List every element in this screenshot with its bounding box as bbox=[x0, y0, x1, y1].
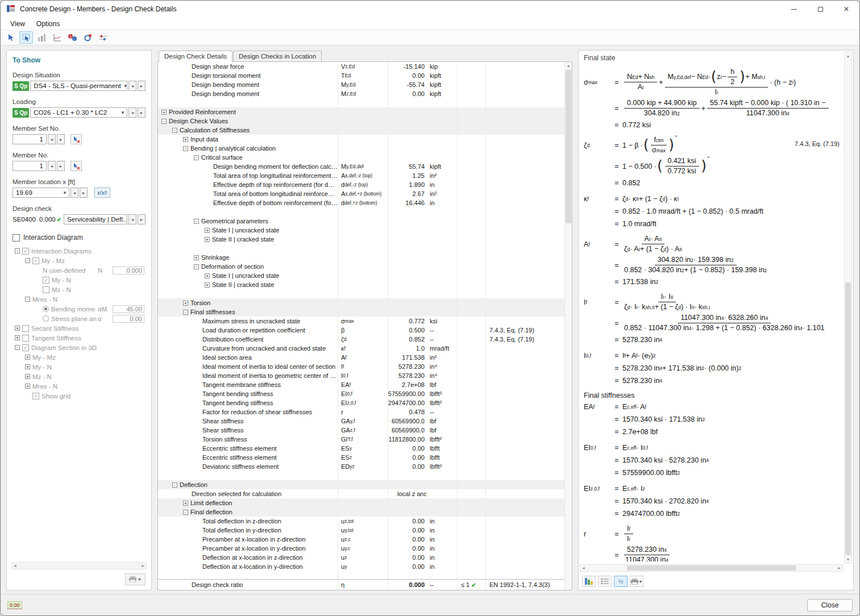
left-horizontal-scrollbar[interactable]: ◄► bbox=[11, 562, 147, 569]
tree-item[interactable]: ✓Show grid bbox=[13, 391, 146, 401]
scroll-up-icon[interactable]: ▲ bbox=[845, 52, 851, 60]
table-row[interactable]: Design torsional momentTEd0.00kipft bbox=[158, 71, 572, 80]
collapse-icon[interactable]: - bbox=[194, 155, 199, 160]
table-row[interactable]: +Torsion bbox=[158, 298, 572, 307]
tree-item[interactable]: +Mres - N bbox=[13, 381, 146, 391]
table-row[interactable]: Tangent bending stiffnessEI0,f57559900.0… bbox=[158, 389, 572, 398]
checkbox[interactable]: ✓ bbox=[43, 277, 49, 284]
table-row[interactable]: -Deflection bbox=[158, 480, 572, 489]
table-row[interactable]: Direction selected for calculationlocal … bbox=[158, 489, 572, 498]
table-row[interactable]: Deflection at x-location in y-directionu… bbox=[158, 562, 572, 571]
menu-view[interactable]: View bbox=[5, 19, 30, 29]
collapse-icon[interactable]: - bbox=[183, 310, 188, 315]
tree-item[interactable]: +Secant Stiffness bbox=[13, 323, 146, 333]
location-next-button[interactable]: ► bbox=[80, 188, 88, 198]
formula-view-icon[interactable]: ½ bbox=[614, 576, 628, 587]
expand-icon[interactable]: + bbox=[205, 282, 210, 288]
tab-design-checks-in-location[interactable]: Design Checks in Location bbox=[233, 51, 322, 61]
table-row[interactable]: Total deflection in y-directionuy,tot0.0… bbox=[158, 526, 572, 535]
table-row[interactable]: Ideal section areaAf171.538in² bbox=[158, 353, 572, 362]
member-no-next-button[interactable]: ► bbox=[57, 161, 65, 171]
pick-member-set-button[interactable] bbox=[70, 134, 82, 144]
loading-prev-button[interactable]: ◄ bbox=[128, 107, 136, 118]
table-row[interactable]: -Final deflection bbox=[158, 507, 572, 517]
formula-horizontal-scrollbar[interactable]: ◄► bbox=[580, 564, 843, 572]
result-diagram-icon[interactable] bbox=[50, 31, 64, 44]
select-window-icon[interactable] bbox=[19, 31, 33, 44]
checkbox[interactable]: ✓ bbox=[32, 393, 39, 399]
tree-value-input[interactable]: 45.00 bbox=[113, 305, 144, 313]
expand-icon[interactable]: + bbox=[25, 374, 30, 379]
table-row[interactable]: -Design Check Values bbox=[158, 116, 572, 126]
table-row[interactable]: +State I | uncracked state bbox=[158, 271, 572, 280]
table-row[interactable]: +State II | cracked state bbox=[158, 280, 572, 289]
location-prev-button[interactable]: ◄ bbox=[70, 188, 78, 198]
table-row[interactable]: +Shrinkage bbox=[158, 253, 572, 262]
navigator-list-icon[interactable] bbox=[598, 576, 612, 587]
tab-design-check-details[interactable]: Design Check Details bbox=[159, 51, 232, 62]
table-row[interactable]: Total area of top longitudinal reinforce… bbox=[158, 171, 572, 180]
menu-options[interactable]: Options bbox=[31, 19, 65, 29]
collapse-icon[interactable]: - bbox=[15, 248, 20, 253]
table-row[interactable]: Maximum stress in uncracked stateσmax0.7… bbox=[158, 317, 572, 326]
table-row[interactable]: Factor for reduction of shear stiffnesse… bbox=[158, 407, 572, 417]
maximize-button[interactable] bbox=[807, 1, 833, 18]
expand-icon[interactable]: + bbox=[183, 501, 188, 506]
tree-item[interactable]: N user-definedN0.000kip bbox=[13, 265, 146, 275]
table-row[interactable]: Tangent membrane stiffnessEAf2.7e+08lbf bbox=[158, 380, 572, 389]
print-button[interactable]: ▼ bbox=[125, 573, 146, 585]
expand-icon[interactable]: + bbox=[194, 255, 199, 260]
tree-item[interactable]: Bending momeαM45.00de bbox=[13, 304, 146, 314]
table-row[interactable]: Effective depth of bottom reinforcement … bbox=[158, 198, 572, 207]
table-row[interactable]: Eccentric stiffness elementESy0.00lbfft bbox=[158, 444, 572, 453]
loading-next-button[interactable]: ► bbox=[138, 107, 146, 118]
table-row[interactable]: -Final stiffnesses bbox=[158, 307, 572, 317]
table-row[interactable]: Ideal moment of inertia to ideal center … bbox=[158, 362, 572, 371]
radio[interactable] bbox=[43, 315, 49, 322]
scroll-up-icon[interactable]: ▲ bbox=[565, 62, 572, 69]
checkbox[interactable]: ✓ bbox=[22, 344, 29, 351]
expand-icon[interactable]: + bbox=[183, 137, 188, 142]
checkbox[interactable]: ✓ bbox=[22, 248, 29, 255]
scrollbar-thumb[interactable] bbox=[566, 70, 571, 223]
tree-item[interactable]: -✓Interaction Diagrams bbox=[13, 246, 146, 256]
expand-icon[interactable]: + bbox=[25, 355, 30, 360]
tree-item[interactable]: +My - Mz bbox=[13, 352, 146, 362]
table-row[interactable]: Distribution coefficientζd0.852--7.4.3, … bbox=[158, 335, 572, 344]
collapse-icon[interactable]: - bbox=[172, 482, 177, 488]
table-row[interactable]: Tangent bending stiffnessEIz,0,f29474700… bbox=[158, 398, 572, 407]
table-row[interactable]: Eccentric stiffness elementESz0.00lbfft bbox=[158, 453, 572, 462]
member-set-prev-button[interactable]: ◄ bbox=[48, 134, 56, 144]
expand-icon[interactable]: + bbox=[205, 273, 210, 278]
tree-item[interactable]: -✓Diagram Section in 3D bbox=[13, 343, 146, 352]
settings-pin-icon[interactable] bbox=[81, 31, 94, 44]
table-row[interactable]: Precamber at x-location in z-directionuz… bbox=[158, 535, 572, 544]
select-pointer-icon[interactable] bbox=[4, 31, 18, 44]
tree-item[interactable]: Mz - N bbox=[13, 285, 146, 294]
tree-item[interactable]: +Tangent Stiffness bbox=[13, 333, 146, 343]
collapse-icon[interactable]: - bbox=[25, 297, 30, 302]
table-row[interactable]: -Bending | analytical calculation bbox=[158, 144, 572, 153]
expand-icon[interactable]: + bbox=[161, 110, 167, 115]
tree-item[interactable]: ✓My - N bbox=[13, 275, 146, 285]
table-row[interactable]: +Input data bbox=[158, 135, 572, 144]
table-row[interactable]: +State I | uncracked state bbox=[158, 226, 572, 235]
expand-icon[interactable]: + bbox=[205, 237, 210, 242]
collapse-icon[interactable]: - bbox=[172, 128, 177, 133]
radio[interactable] bbox=[43, 306, 49, 312]
collapse-icon[interactable]: - bbox=[194, 264, 199, 269]
pick-member-button[interactable] bbox=[70, 161, 82, 171]
scroll-right-icon[interactable]: ► bbox=[141, 564, 145, 568]
checkbox[interactable] bbox=[43, 286, 49, 293]
result-colors-icon[interactable] bbox=[582, 576, 596, 587]
collapse-icon[interactable]: - bbox=[183, 510, 188, 515]
expand-icon[interactable]: + bbox=[183, 301, 188, 306]
table-row[interactable]: Deflection at x-location in z-directionu… bbox=[158, 553, 572, 562]
expand-icon[interactable]: + bbox=[25, 384, 30, 389]
table-row[interactable]: -Critical surface bbox=[158, 153, 572, 162]
table-row[interactable]: +State II | cracked state bbox=[158, 235, 572, 244]
table-row[interactable]: -Calculation of Stiffnesses bbox=[158, 126, 572, 135]
scroll-down-icon[interactable]: ▼ bbox=[845, 556, 851, 563]
close-button[interactable]: Close bbox=[807, 599, 853, 611]
tree-value-input[interactable]: 0.000 bbox=[113, 267, 144, 274]
